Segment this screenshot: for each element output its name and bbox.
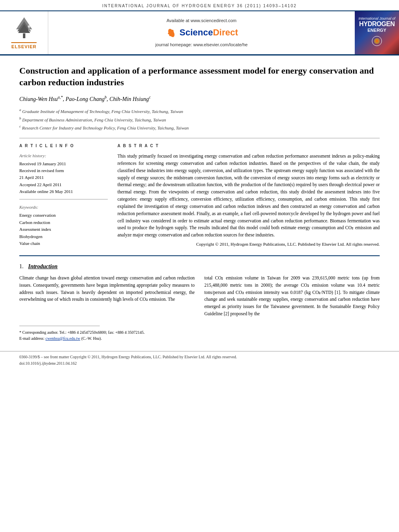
- svg-point-11: [376, 40, 378, 42]
- section-num: 1.: [19, 263, 24, 269]
- author-chih: Chih-Min Hsiung: [109, 96, 149, 102]
- abstract-text: This study primarily focused on investig…: [117, 153, 380, 239]
- body-text-left: Climate change has drawn global attentio…: [19, 275, 195, 303]
- available-text: Available at www.sciencedirect.com: [167, 18, 237, 24]
- paper-container: Construction and application of a perfor…: [0, 55, 399, 351]
- elsevier-tree-icon: [11, 15, 36, 41]
- section-title: Introduction: [28, 263, 58, 269]
- available-online-date: Available online 26 May 2011: [19, 189, 108, 195]
- abstract-label: A B S T R A C T: [117, 143, 380, 149]
- body-right: total CO₂ emission volume in Taiwan for …: [204, 275, 380, 321]
- bottom-bar: 0360-3199/$ – see front matter Copyright…: [0, 351, 399, 369]
- svg-point-4: [28, 25, 30, 28]
- keywords-label: Keywords:: [19, 204, 108, 210]
- affil-a: a Graduate Institute of Management of Te…: [19, 107, 380, 115]
- keyword-4: Biohydrogen: [19, 233, 108, 240]
- keyword-2: Carbon reduction: [19, 219, 108, 226]
- elsevier-logo-container: ELSEVIER: [0, 11, 48, 54]
- footnote-divider: [19, 326, 100, 326]
- header-divider: [19, 138, 380, 138]
- elsevier-label: ELSEVIER: [11, 42, 36, 50]
- cover-title: International Journal of: [358, 16, 395, 21]
- sciencedirect-logo: ScienceDirect: [165, 27, 238, 39]
- body-section: Climate change has drawn global attentio…: [19, 275, 380, 321]
- author-b-sup: b: [105, 95, 107, 99]
- two-col-section: A R T I C L E I N F O Article history: R…: [19, 143, 380, 247]
- received-revised-label: Received in revised form: [19, 168, 108, 174]
- article-info-label: A R T I C L E I N F O: [19, 143, 108, 149]
- issn-note: 0360-3199/$ – see front matter Copyright…: [19, 354, 380, 360]
- sd-leaves-icon: [165, 27, 178, 39]
- author-a-sup: a,*: [58, 95, 63, 99]
- section-divider: [19, 255, 380, 256]
- abstract-col: A B S T R A C T This study primarily foc…: [117, 143, 380, 247]
- received-date: Received 19 January 2011: [19, 161, 108, 167]
- authors: Chiung-Wen Hsua,*, Pao-Long Changb, Chih…: [19, 94, 380, 103]
- author-chiung: Chiung-Wen Hsu: [19, 96, 58, 102]
- intro-heading: 1. Introduction: [19, 263, 380, 271]
- journal-header-text: International Journal of Hydrogen Energy…: [102, 4, 297, 8]
- footnote-email: E-mail address: cwenhsu@fcu.edu.tw (C.-W…: [19, 335, 380, 341]
- affiliations: a Graduate Institute of Management of Te…: [19, 107, 380, 131]
- keyword-3: Assessment index: [19, 226, 108, 233]
- sd-science: Science: [179, 27, 213, 37]
- email-link[interactable]: cwenhsu@fcu.edu.tw: [45, 336, 80, 341]
- copyright-text: Copyright © 2011, Hydrogen Energy Public…: [117, 241, 380, 247]
- affil-c: c Research Center for Industry and Techn…: [19, 123, 380, 131]
- author-pao: Pao-Long Chang: [66, 96, 105, 102]
- cover-graphic-icon: [369, 35, 385, 47]
- sciencedirect-center: Available at www.sciencedirect.com Scien…: [48, 11, 355, 54]
- received-revised-date: 21 April 2011: [19, 175, 108, 181]
- footnote-star: * Corresponding author. Tel.: +886 4 245…: [19, 329, 380, 335]
- paper-title: Construction and application of a perfor…: [19, 65, 380, 88]
- hydrogen-cover: International Journal of HYDROGEN ENERGY: [355, 11, 399, 54]
- accepted-date: Accepted 22 April 2011: [19, 182, 108, 188]
- keyword-1: Energy conservation: [19, 212, 108, 219]
- cover-big: HYDROGEN: [358, 21, 395, 27]
- affil-b: b Department of Business Administration,…: [19, 115, 380, 123]
- body-text-right: total CO₂ emission volume in Taiwan for …: [204, 275, 380, 318]
- history-label: Article history:: [19, 153, 108, 159]
- cover-energy: ENERGY: [358, 27, 395, 33]
- author-c-sup: c: [149, 95, 150, 99]
- sciencedirect-text: ScienceDirect: [179, 27, 238, 39]
- journal-homepage: journal homepage: www.elsevier.com/locat…: [155, 42, 247, 48]
- body-left: Climate change has drawn global attentio…: [19, 275, 195, 321]
- info-divider: [19, 199, 108, 199]
- keyword-5: Value chain: [19, 240, 108, 247]
- top-banner: ELSEVIER Available at www.sciencedirect.…: [0, 11, 399, 55]
- svg-rect-0: [23, 33, 25, 38]
- journal-header: International Journal of Hydrogen Energy…: [0, 0, 399, 11]
- article-info: A R T I C L E I N F O Article history: R…: [19, 143, 108, 247]
- doi-note: doi:10.1016/j.ijhydene.2011.04.162: [19, 360, 380, 367]
- sd-direct: Direct: [213, 27, 238, 37]
